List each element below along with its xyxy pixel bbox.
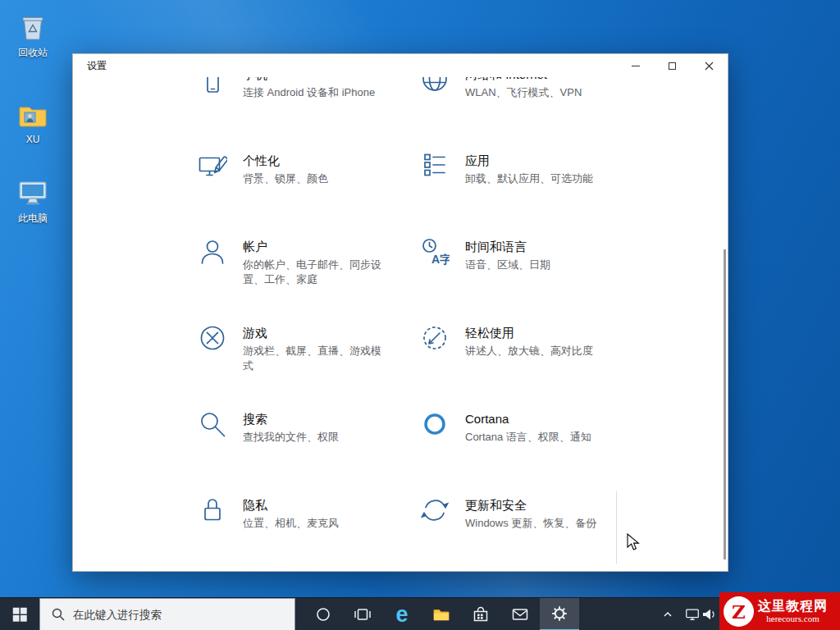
desktop-icon-recycle-bin[interactable]: 回收站	[7, 11, 59, 60]
edge-icon: e	[395, 604, 408, 626]
window-titlebar[interactable]: 设置	[73, 54, 728, 77]
ease-of-access-icon	[420, 323, 450, 353]
taskbar: e	[0, 597, 840, 630]
desktop-icon-this-pc[interactable]: 此电脑	[7, 176, 59, 226]
category-subtitle: Windows 更新、恢复、备份	[465, 516, 611, 531]
phone-icon	[198, 77, 227, 94]
settings-category-cortana[interactable]: CortanaCortana 语言、权限、通知	[420, 409, 666, 495]
task-view-icon	[353, 605, 372, 624]
desktop-icon-xu-folder[interactable]: XU	[7, 98, 59, 145]
store-bag-icon	[471, 605, 491, 624]
desktop-icon-label: 回收站	[7, 46, 59, 60]
update-security-icon	[420, 495, 450, 525]
cortana-taskbar-button[interactable]	[304, 598, 343, 630]
watermark-logo: Z	[724, 596, 754, 627]
svg-text:A字: A字	[431, 253, 450, 266]
settings-category-ease-of-access[interactable]: 轻松使用讲述人、放大镜、高对比度	[420, 323, 666, 409]
personalization-icon	[198, 151, 227, 180]
recycle-bin-icon	[16, 11, 49, 43]
settings-category-personalization[interactable]: 个性化背景、锁屏、颜色	[198, 151, 420, 237]
settings-category-update-security[interactable]: 更新和安全Windows 更新、恢复、备份	[420, 495, 666, 571]
store-button[interactable]	[461, 598, 500, 630]
cortana-circle-icon	[315, 606, 331, 623]
category-title: 个性化	[243, 153, 389, 169]
folder-icon	[431, 605, 451, 624]
watermark-logo-letter: Z	[732, 600, 746, 623]
globe-icon	[420, 77, 450, 94]
taskbar-search-box[interactable]	[39, 598, 295, 630]
window-title: 设置	[87, 59, 107, 73]
settings-category-search[interactable]: 搜索查找我的文件、权限	[198, 409, 420, 495]
category-title: 时间和语言	[465, 239, 611, 255]
windows-logo-icon	[11, 605, 29, 623]
category-title: 更新和安全	[465, 497, 611, 514]
settings-category-network[interactable]: 网络和 InternetWLAN、飞行模式、VPN	[420, 77, 666, 151]
accounts-icon	[198, 237, 227, 267]
display-icon	[684, 606, 701, 623]
speaker-icon	[701, 606, 717, 623]
cortana-icon	[420, 409, 450, 439]
scrollbar-thumb[interactable]	[724, 249, 726, 559]
task-view-button[interactable]	[343, 598, 382, 630]
category-subtitle: 连接 Android 设备和 iPhone	[243, 85, 389, 100]
mail-envelope-icon	[510, 605, 530, 624]
category-title: 网络和 Internet	[465, 77, 611, 83]
apps-icon	[420, 151, 450, 180]
close-icon	[705, 62, 714, 71]
category-subtitle: 讲述人、放大镜、高对比度	[465, 344, 611, 358]
chevron-up-icon	[662, 609, 673, 620]
category-title: 游戏	[243, 325, 389, 341]
maximize-icon	[669, 62, 676, 70]
category-subtitle: 你的帐户、电子邮件、同步设置、工作、家庭	[243, 258, 389, 287]
category-title: 轻松使用	[465, 325, 611, 341]
category-subtitle: 语音、区域、日期	[465, 258, 611, 272]
search-input[interactable]	[73, 609, 278, 621]
user-folder-icon	[16, 98, 49, 131]
category-title: 搜索	[243, 411, 389, 427]
category-subtitle: 背景、锁屏、颜色	[243, 171, 389, 186]
category-subtitle: 位置、相机、麦克风	[243, 516, 389, 531]
start-button[interactable]	[0, 598, 39, 630]
minimize-button[interactable]	[617, 54, 654, 77]
category-title: 应用	[465, 153, 611, 169]
maximize-button[interactable]	[654, 54, 691, 77]
desktop-icon-label: 此电脑	[7, 212, 59, 226]
watermark-site-url: herecours.com	[758, 614, 828, 624]
tray-show-hidden-icons-button[interactable]	[658, 598, 678, 630]
privacy-lock-icon	[198, 495, 227, 525]
file-explorer-button[interactable]	[422, 598, 461, 630]
search-category-icon	[198, 409, 227, 439]
close-button[interactable]	[691, 54, 728, 77]
category-subtitle: 查找我的文件、权限	[243, 430, 389, 445]
category-title: 隐私	[243, 497, 389, 514]
watermark-badge: Z 这里教程网 herecours.com	[719, 592, 840, 630]
search-icon	[52, 608, 65, 621]
watermark-site-name: 这里教程网	[758, 598, 828, 614]
settings-category-time-language[interactable]: A字 时间和语言语音、区域、日期	[420, 237, 666, 323]
category-title: 手机	[243, 77, 389, 83]
settings-window: 设置 手机连接 Android 设备和 iPhone	[72, 53, 728, 572]
settings-category-phone[interactable]: 手机连接 Android 设备和 iPhone	[198, 77, 420, 151]
settings-category-accounts[interactable]: 帐户你的帐户、电子邮件、同步设置、工作、家庭	[198, 237, 420, 323]
settings-taskbar-button[interactable]	[540, 598, 579, 630]
desktop-icon-label: XU	[7, 134, 59, 145]
category-subtitle: WLAN、飞行模式、VPN	[465, 85, 611, 100]
settings-category-privacy[interactable]: 隐私位置、相机、麦克风	[198, 495, 420, 571]
settings-category-apps[interactable]: 应用卸载、默认应用、可选功能	[420, 151, 666, 237]
category-subtitle: Cortana 语言、权限、通知	[465, 430, 611, 445]
category-title: 帐户	[243, 239, 389, 255]
category-title: Cortana	[465, 411, 611, 427]
edge-button[interactable]: e	[382, 598, 422, 630]
content-divider	[616, 491, 617, 564]
tray-volume-button[interactable]	[699, 598, 719, 630]
settings-content: 手机连接 Android 设备和 iPhone 网络和 InternetWLAN…	[73, 77, 728, 571]
category-subtitle: 卸载、默认应用、可选功能	[465, 171, 611, 186]
gear-icon	[550, 604, 569, 623]
gaming-xbox-icon	[198, 323, 227, 353]
computer-icon	[16, 176, 49, 209]
mail-button[interactable]	[500, 598, 540, 630]
minimize-icon	[632, 66, 640, 66]
settings-category-gaming[interactable]: 游戏游戏栏、截屏、直播、游戏模式	[198, 323, 420, 409]
category-subtitle: 游戏栏、截屏、直播、游戏模式	[243, 344, 389, 373]
time-language-icon: A字	[420, 237, 450, 267]
